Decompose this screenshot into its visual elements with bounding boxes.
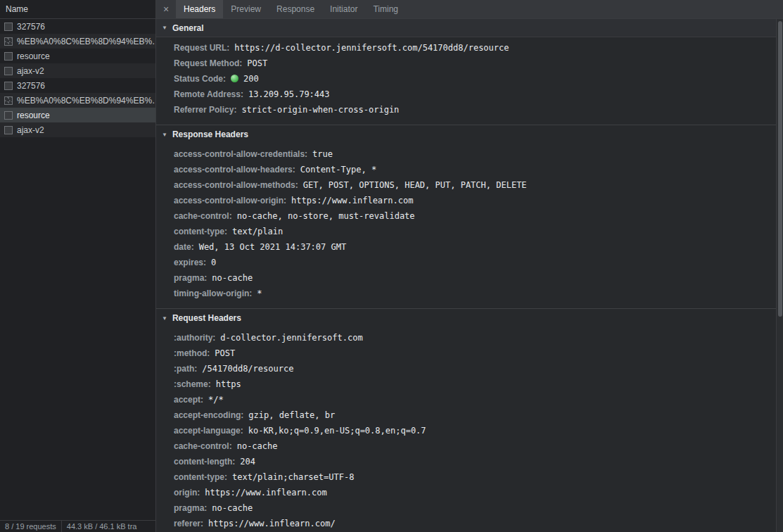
header-name: Remote Address: bbox=[174, 89, 243, 99]
header-value: no-cache, no-store, must-revalidate bbox=[237, 211, 415, 221]
header-value: GET, POST, OPTIONS, HEAD, PUT, PATCH, DE… bbox=[303, 180, 527, 190]
header-name: Status Code: bbox=[174, 74, 226, 84]
request-name: resource bbox=[17, 110, 50, 120]
tab-headers[interactable]: Headers bbox=[176, 0, 223, 18]
header-name: content-length: bbox=[174, 457, 235, 467]
request-row[interactable]: ajax-v2 bbox=[0, 63, 155, 78]
header-value: Wed, 13 Oct 2021 14:37:07 GMT bbox=[199, 242, 347, 252]
section-response-headers: ▼Response Headersaccess-control-allow-cr… bbox=[156, 125, 783, 301]
detail-tabs: HeadersPreviewResponseInitiatorTiming bbox=[176, 0, 406, 18]
header-row: :scheme:https bbox=[156, 376, 775, 392]
header-name: cache-control: bbox=[174, 441, 232, 451]
header-name: :scheme: bbox=[174, 379, 211, 389]
section-request-headers: ▼Request Headers:authority:d-collector.j… bbox=[156, 308, 783, 532]
header-value: https://www.inflearn.com bbox=[291, 196, 413, 205]
headers-panel: ▼GeneralRequest URL:https://d-collector.… bbox=[156, 19, 783, 532]
header-value: no-cache bbox=[212, 503, 253, 513]
close-icon[interactable]: × bbox=[156, 0, 176, 18]
file-icon bbox=[4, 82, 13, 90]
request-list-pane: Name 327576%EB%A0%8C%EB%8D%94%EB%…resour… bbox=[0, 0, 156, 532]
header-rows: access-control-allow-credentials:trueacc… bbox=[156, 144, 775, 301]
request-row[interactable]: 327576 bbox=[0, 78, 155, 93]
header-rows: Request URL:https://d-collector.jennifer… bbox=[156, 37, 775, 118]
header-row: origin:https://www.inflearn.com bbox=[156, 485, 775, 500]
status-ok-icon bbox=[231, 75, 238, 82]
image-icon bbox=[4, 96, 13, 105]
header-value: no-cache bbox=[237, 441, 278, 451]
header-name: :path: bbox=[174, 364, 197, 374]
header-name: date: bbox=[174, 242, 194, 252]
header-row: accept-language:ko-KR,ko;q=0.9,en-US;q=0… bbox=[156, 423, 775, 438]
section-toggle-response-headers[interactable]: ▼Response Headers bbox=[156, 125, 775, 144]
section-title: Response Headers bbox=[172, 129, 248, 139]
header-value: https://www.inflearn.com bbox=[205, 488, 326, 498]
header-row: :authority:d-collector.jennifersoft.com bbox=[156, 330, 775, 346]
detail-tab-bar: × HeadersPreviewResponseInitiatorTiming bbox=[156, 0, 783, 19]
request-list: 327576%EB%A0%8C%EB%8D%94%EB%…resourceaja… bbox=[0, 19, 155, 520]
header-name: content-type: bbox=[174, 227, 227, 236]
header-name: access-control-allow-credentials: bbox=[174, 149, 307, 159]
header-row: content-length:204 bbox=[156, 454, 775, 469]
header-name: accept: bbox=[174, 395, 203, 405]
header-name: Request URL: bbox=[174, 43, 229, 53]
request-name: resource bbox=[17, 51, 50, 61]
request-row[interactable]: %EB%A0%8C%EB%8D%94%EB%… bbox=[0, 93, 155, 108]
name-column-header[interactable]: Name bbox=[0, 0, 155, 19]
header-row: pragma:no-cache bbox=[156, 270, 775, 286]
scrollbar-thumb[interactable] bbox=[778, 21, 782, 317]
vertical-scrollbar[interactable] bbox=[776, 19, 783, 532]
header-row: access-control-allow-origin:https://www.… bbox=[156, 193, 775, 208]
header-value: Content-Type, * bbox=[300, 165, 376, 175]
header-row: Status Code:200 bbox=[156, 71, 775, 87]
request-row[interactable]: ajax-v2 bbox=[0, 122, 155, 137]
header-name: accept-language: bbox=[174, 426, 243, 436]
header-row: access-control-allow-headers:Content-Typ… bbox=[156, 162, 775, 177]
header-value: no-cache bbox=[212, 273, 253, 283]
header-row: content-type:text/plain bbox=[156, 224, 775, 239]
tab-response[interactable]: Response bbox=[269, 0, 322, 18]
header-value: https://www.inflearn.com/ bbox=[208, 519, 336, 528]
header-value: https://d-collector.jennifersoft.com/541… bbox=[234, 43, 509, 53]
request-row[interactable]: %EB%A0%8C%EB%8D%94%EB%… bbox=[0, 34, 155, 49]
request-row[interactable]: resource bbox=[0, 49, 155, 63]
requests-count: 8 / 19 requests bbox=[0, 521, 61, 532]
header-value: * bbox=[257, 289, 262, 298]
file-icon bbox=[4, 111, 13, 120]
header-value: ko-KR,ko;q=0.9,en-US;q=0.8,en;q=0.7 bbox=[248, 426, 426, 436]
request-name: %EB%A0%8C%EB%8D%94%EB%… bbox=[17, 37, 155, 46]
triangle-down-icon: ▼ bbox=[162, 131, 167, 137]
header-name: access-control-allow-headers: bbox=[174, 165, 295, 175]
header-value: POST bbox=[215, 348, 235, 358]
header-value: true bbox=[312, 149, 333, 159]
header-value: strict-origin-when-cross-origin bbox=[241, 105, 399, 115]
header-value: 204 bbox=[240, 457, 255, 467]
tab-initiator[interactable]: Initiator bbox=[322, 0, 365, 18]
request-name: %EB%A0%8C%EB%8D%94%EB%… bbox=[17, 96, 155, 106]
header-value: gzip, deflate, br bbox=[248, 410, 335, 420]
header-value: 13.209.95.79:443 bbox=[248, 89, 330, 99]
request-row[interactable]: 327576 bbox=[0, 19, 155, 34]
request-row[interactable]: resource bbox=[0, 108, 155, 122]
tab-timing[interactable]: Timing bbox=[365, 0, 406, 18]
request-name: 327576 bbox=[17, 81, 45, 91]
image-icon bbox=[4, 37, 13, 46]
header-rows: :authority:d-collector.jennifersoft.com:… bbox=[156, 327, 775, 532]
header-value: /54170dd8/resource bbox=[202, 364, 293, 374]
file-icon bbox=[4, 23, 13, 31]
section-title: General bbox=[172, 23, 204, 33]
header-name: cache-control: bbox=[174, 211, 232, 221]
tab-preview[interactable]: Preview bbox=[223, 0, 269, 18]
header-value: 0 bbox=[211, 258, 216, 267]
triangle-down-icon: ▼ bbox=[162, 315, 167, 321]
section-toggle-request-headers[interactable]: ▼Request Headers bbox=[156, 309, 775, 327]
header-row: Referrer Policy:strict-origin-when-cross… bbox=[156, 102, 775, 118]
header-name: content-type: bbox=[174, 472, 227, 482]
header-row: pragma:no-cache bbox=[156, 500, 775, 516]
section-toggle-general[interactable]: ▼General bbox=[156, 19, 783, 37]
header-name: origin: bbox=[174, 488, 200, 498]
section-title: Request Headers bbox=[172, 313, 241, 323]
header-row: Remote Address:13.209.95.79:443 bbox=[156, 87, 775, 102]
header-row: cache-control:no-cache bbox=[156, 438, 775, 454]
file-icon bbox=[4, 126, 13, 134]
header-value: d-collector.jennifersoft.com bbox=[220, 333, 362, 343]
